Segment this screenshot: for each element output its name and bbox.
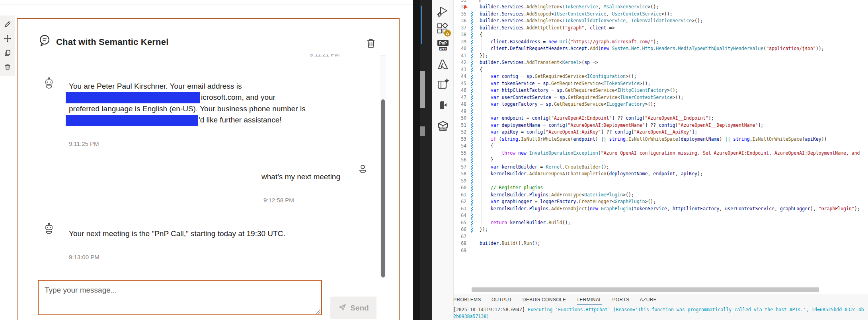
line-number: 67 — [454, 233, 466, 240]
edit-pencil-icon[interactable] — [4, 20, 12, 28]
code-line-66: 66}); — [454, 226, 868, 233]
clear-chat-trash-icon[interactable] — [365, 37, 377, 49]
line-number: 49 — [454, 108, 466, 115]
code-line-42: 42builder.Services.AddTransient<Kernel>(… — [454, 59, 868, 66]
gutter-modified-indicator — [471, 171, 473, 178]
line-number: 41 — [454, 52, 466, 60]
code-text: throw new InvalidOperationException("Azu… — [480, 150, 860, 157]
pnp-spfx-icon[interactable]: PnPSPFx — [437, 39, 449, 51]
code-text: var deploymentName = config["AzureOpenAI… — [480, 122, 763, 129]
line-number: 39 — [454, 39, 466, 46]
line-number: 66 — [454, 226, 466, 233]
gutter-modified-indicator — [471, 198, 473, 206]
extensions-icon[interactable] — [437, 23, 449, 35]
code-text: kernelBuilder.Plugins.AddFromObject(new … — [480, 206, 860, 213]
gutter-modified-indicator — [471, 178, 473, 185]
code-line-57: 57 var kernelBuilder = Kernel.CreateBuil… — [454, 164, 868, 171]
code-line-35: 35builder.Services.AddScoped<IUserContex… — [454, 11, 868, 18]
panel-tab-debug-console[interactable]: DEBUG CONSOLE — [523, 297, 566, 304]
send-button[interactable]: Send — [330, 297, 376, 319]
code-line-58: 58 kernelBuilder.AddAzureOpenAIChatCompl… — [454, 171, 868, 178]
gutter-modified-indicator — [471, 73, 473, 80]
message-line: icrosoft.com, and your — [69, 92, 324, 103]
window-gap-segment — [420, 126, 425, 136]
code-line-46: 46 var httpClientFactory = sp.GetRequire… — [454, 87, 868, 94]
gutter-modified-indicator — [471, 17, 473, 25]
code-text: }); — [480, 226, 488, 233]
window-gap-segment — [420, 71, 425, 108]
window-gap-accent — [421, 6, 422, 44]
user-avatar-icon — [357, 164, 368, 175]
line-number: 52 — [454, 129, 466, 136]
code-line-36: 36builder.Services.AddSingleton<ITokenVa… — [454, 17, 868, 25]
textarea-resize-handle[interactable] — [315, 308, 321, 314]
code-text: { — [480, 143, 493, 150]
azure-icon[interactable] — [437, 58, 449, 71]
chat-title: Chat with Semantic Kernel — [56, 37, 169, 47]
svg-text:SPFx: SPFx — [439, 47, 447, 50]
terminal-output[interactable]: [2025-10-14T19:12:58.694Z] Executing 'Fu… — [453, 306, 868, 320]
code-text: var graphLogger = loggerFactory.CreateLo… — [480, 198, 656, 206]
line-number: 65 — [454, 219, 466, 227]
gutter-modified-indicator — [471, 108, 473, 115]
window-top-divider — [0, 4, 413, 4]
gutter-modified-indicator — [471, 157, 473, 164]
timestamp: 9:12:58 PM — [263, 197, 294, 204]
gutter-modified-indicator — [471, 164, 473, 171]
line-number: 33 — [454, 0, 466, 4]
chat-bubble-icon — [38, 34, 51, 50]
editor-horizontal-scrollbar[interactable] — [472, 287, 819, 292]
svg-text:PnP: PnP — [439, 41, 447, 45]
code-line-47: 47 var userContextService = sp.GetRequir… — [454, 94, 868, 101]
code-text: kernelBuilder.AddAzureOpenAIChatCompleti… — [480, 171, 703, 178]
code-text: var kernelBuilder = Kernel.CreateBuilder… — [480, 164, 609, 171]
copy-icon[interactable] — [4, 49, 12, 57]
move-arrows-icon[interactable] — [4, 35, 12, 43]
chat-scrollbar-thumb[interactable] — [381, 99, 385, 277]
m365-icon[interactable]: M365 — [437, 119, 449, 132]
code-line-67: 67 — [454, 233, 868, 240]
run-and-debug-icon[interactable] — [437, 5, 449, 18]
code-line-63: 63 kernelBuilder.Plugins.AddFromObject(n… — [454, 206, 868, 213]
agents-toolkit-icon[interactable] — [437, 78, 449, 91]
message-input[interactable] — [38, 280, 322, 315]
gutter-modified-indicator — [471, 66, 473, 74]
panel-tab-problems[interactable]: PROBLEMS — [453, 297, 481, 304]
gutter-modified-indicator — [471, 59, 473, 66]
line-number: 44 — [454, 73, 466, 80]
code-line-55: 55 throw new InvalidOperationException("… — [454, 150, 868, 157]
delete-trash-icon[interactable] — [4, 63, 12, 71]
gutter-modified-indicator — [471, 143, 473, 150]
code-line-40: 40 client.DefaultRequestHeaders.Accept.A… — [454, 45, 868, 52]
code-line-43: 43{ — [454, 66, 868, 74]
code-text: var config = sp.GetRequiredService<IConf… — [480, 73, 637, 80]
gutter-modified-indicator — [471, 45, 473, 52]
line-number: 64 — [454, 212, 466, 219]
line-number: 42 — [454, 59, 466, 66]
custom-extension-icon[interactable] — [437, 99, 449, 112]
code-editor[interactable]: 3334builder.Services.AddSingleton<IToken… — [454, 0, 868, 294]
line-number: 54 — [454, 143, 466, 150]
line-number: 51 — [454, 122, 466, 129]
panel-tab-terminal[interactable]: TERMINAL — [577, 297, 602, 304]
bot-avatar-icon — [43, 77, 55, 90]
code-line-51: 51 var deploymentName = config["AzureOpe… — [454, 122, 868, 129]
line-number: 38 — [454, 31, 466, 39]
code-text: } — [480, 157, 493, 164]
panel-tab-ports[interactable]: PORTS — [612, 297, 629, 304]
panel-tab-output[interactable]: OUTPUT — [492, 297, 512, 304]
code-text: if (string.IsNullOrWhiteSpace(endpoint) … — [480, 136, 827, 143]
message-list[interactable]: 9:11:21 PM You are Peter Paul Kirschner.… — [24, 54, 382, 278]
code-line-33: 33 — [454, 0, 868, 4]
line-number: 48 — [454, 101, 466, 108]
code-line-50: 50 var endpoint = config["AzureOpenAI:En… — [454, 115, 868, 122]
code-text: kernelBuilder.Plugins.AddFromType<DateTi… — [480, 192, 634, 199]
code-text: builder.Build().Run(); — [480, 240, 540, 247]
code-line-37: 37builder.Services.AddHttpClient("graph"… — [454, 25, 868, 32]
panel-tab-azure[interactable]: AZURE — [640, 297, 657, 304]
line-number: 46 — [454, 87, 466, 94]
message-line: 'd like further assistance! — [69, 114, 324, 126]
code-text: client.DefaultRequestHeaders.Accept.Add(… — [480, 45, 824, 52]
code-text: var apiKey = config["AzureOpenAI:ApiKey"… — [480, 129, 697, 136]
code-text: }); — [480, 52, 488, 60]
